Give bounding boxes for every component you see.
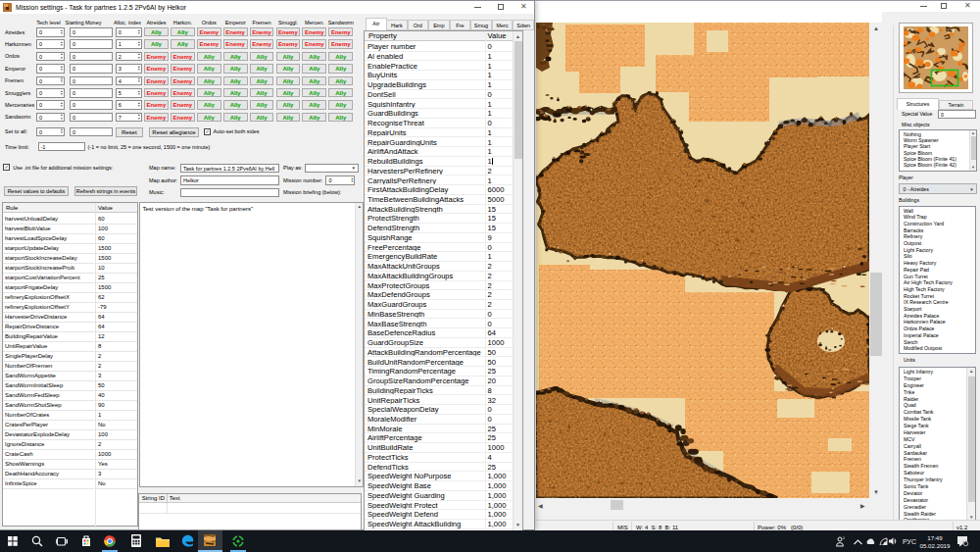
svg-text:²: ² bbox=[843, 535, 845, 541]
